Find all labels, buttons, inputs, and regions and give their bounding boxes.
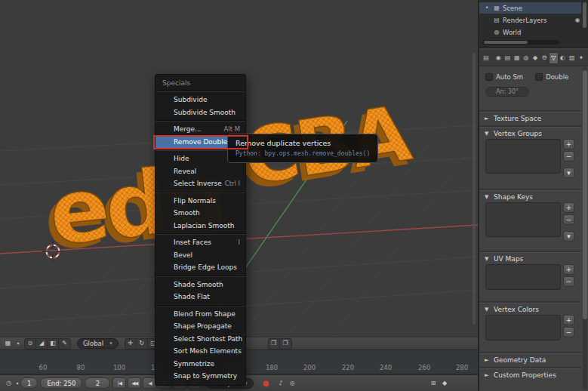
add-vertex-color-button[interactable]: + [563, 315, 574, 325]
menu-item-shape-propagate[interactable]: Shape Propagate [155, 320, 245, 333]
vertex-group-specials-button[interactable]: ▾ [563, 168, 574, 178]
render-preview-icon[interactable]: ❐ [269, 338, 280, 349]
outliner: • ▦ Scene ▤ RenderLayers ◉ ◍ World [479, 0, 588, 48]
tab-particles[interactable]: ✦ [577, 52, 586, 64]
remove-vertex-group-button[interactable]: − [563, 151, 574, 162]
tab-object-data[interactable]: ▽ [549, 52, 558, 64]
double-sided-label: Double [546, 73, 568, 81]
menu-item-sort-mesh-elements[interactable]: Sort Mesh Elements [155, 345, 245, 358]
render-ob-icon[interactable]: ❐ [280, 338, 291, 349]
remove-shape-key-button[interactable]: − [563, 214, 574, 225]
mode-icon[interactable]: ⊙ [25, 338, 36, 349]
menu-title: Specials [155, 76, 245, 89]
panel-texture-space[interactable]: ► Texture Space [479, 112, 581, 124]
vertex-colors-listbox[interactable] [485, 315, 561, 340]
menu-item-symmetrize[interactable]: Symmetrize [155, 358, 245, 371]
menu-item-laplacian-smooth[interactable]: Laplacian Smooth [155, 220, 245, 232]
properties-scrollbar-thumb[interactable] [583, 70, 587, 319]
panel-vertex-colors[interactable]: ▼ Vertex Colors [479, 303, 581, 315]
translate-manipulator-icon[interactable]: ✛ [125, 338, 137, 349]
outliner-hscrollbar[interactable] [482, 40, 559, 45]
viewport-3d[interactable]: edu edu CBA CBA ▦ ▾ ⊙ ◢ ◧ ✎ [0, 0, 478, 391]
frame-end-field[interactable]: End: 250 [40, 377, 82, 389]
chevron-down-icon: ▾ [109, 340, 112, 346]
shading-icon[interactable]: ◢ [36, 338, 48, 349]
outliner-item-world[interactable]: ◍ World [479, 26, 581, 38]
remove-uv-map-button[interactable]: − [563, 276, 574, 287]
audio-sync-icon[interactable]: ♪ [276, 378, 287, 389]
tab-render-layers[interactable]: ▤ [503, 52, 512, 64]
editor-type-dropdown-icon[interactable]: ▾ [15, 338, 21, 349]
editor-type-icon[interactable]: ▦ [2, 338, 14, 349]
render-toggle-icon[interactable]: ◉ [574, 17, 581, 23]
menu-item-flip-normals[interactable]: Flip Normals [155, 195, 245, 208]
panel-shape-keys[interactable]: ▼ Shape Keys [479, 190, 581, 202]
angle-field[interactable]: An: 30° [485, 87, 529, 97]
keying-set-icon[interactable]: ⊞ [428, 378, 439, 389]
menu-item-select-inverse[interactable]: Select InverseCtrl I [155, 177, 245, 190]
auto-smooth-checkbox[interactable] [485, 73, 493, 81]
menu-separator [155, 305, 245, 306]
remove-vertex-color-button[interactable]: − [563, 327, 574, 337]
panel-geometry-data[interactable]: ► Geometry Data [479, 353, 581, 365]
collapse-arrow-icon: ▼ [485, 306, 490, 312]
jump-start-button[interactable]: |◀ [112, 377, 126, 389]
tab-object[interactable]: ◆ [531, 52, 540, 64]
vertex-groups-listbox[interactable] [485, 139, 561, 174]
menu-separator [155, 233, 245, 235]
timeline-editor-dropdown-icon[interactable]: ▾ [14, 378, 20, 389]
scrub-audio-icon[interactable]: ◎ [287, 378, 298, 389]
outliner-item-renderlayers[interactable]: ▤ RenderLayers ◉ [479, 14, 581, 26]
prev-keyframe-button[interactable]: ◀◀ [128, 377, 141, 389]
menu-item-bridge-edge-loops[interactable]: Bridge Edge Loops [155, 261, 245, 274]
menu-item-reveal[interactable]: Reveal [155, 165, 245, 178]
panel-vertex-groups[interactable]: ▼ Vertex Groups [479, 127, 581, 139]
properties-panel: Auto Sm Double An: 30° ► Texture Space ▼… [479, 67, 588, 391]
rotate-manipulator-icon[interactable]: ↻ [137, 338, 148, 349]
menu-item-smooth[interactable]: Smooth [155, 207, 245, 220]
uv-maps-listbox[interactable] [485, 264, 561, 290]
insert-keyframe-icon[interactable]: ◆ [439, 378, 451, 389]
draw-mode-icon[interactable]: ✎ [59, 338, 70, 349]
add-shape-key-button[interactable]: + [563, 202, 574, 213]
ruler-number: 180 [266, 364, 278, 371]
menu-separator [155, 91, 245, 92]
ruler-number: 60 [39, 364, 48, 371]
add-uv-map-button[interactable]: + [563, 264, 574, 275]
menu-item-inset-faces[interactable]: Inset FacesI [155, 236, 245, 249]
menu-item-blend-from-shape[interactable]: Blend From Shape [155, 308, 245, 321]
pivot-icon[interactable]: ◧ [48, 338, 59, 349]
outliner-item-scene[interactable]: • ▦ Scene [479, 2, 581, 14]
panel-uv-maps[interactable]: ▼ UV Maps [479, 252, 581, 264]
menu-item-shade-flat[interactable]: Shade Flat [155, 291, 245, 303]
shape-keys-listbox[interactable] [485, 202, 561, 237]
scrollbar-thumb[interactable] [484, 41, 528, 44]
viewport-scrollbar[interactable] [473, 53, 476, 325]
tab-material[interactable]: ◐ [559, 52, 568, 64]
tab-render[interactable]: ◉ [494, 52, 503, 64]
menu-item-shade-smooth[interactable]: Shade Smooth [155, 279, 245, 291]
double-sided-checkbox[interactable] [535, 73, 543, 81]
menu-item-subdivide-smooth[interactable]: Subdivide Smooth [155, 106, 245, 119]
tab-modifiers[interactable]: ⚙ [540, 52, 549, 64]
auto-smooth-row: Auto Sm [485, 73, 523, 81]
renderlayers-icon: ▤ [493, 17, 500, 23]
menu-item-subdivide[interactable]: Subdivide [155, 94, 245, 106]
ruler-number: 260 [418, 364, 430, 371]
current-frame-field[interactable]: 2 [85, 377, 110, 389]
shape-key-specials-button[interactable]: ▾ [563, 231, 574, 242]
tab-world[interactable]: ◍ [522, 52, 531, 64]
record-icon[interactable]: ● [260, 378, 272, 389]
menu-item-bevel[interactable]: Bevel [155, 249, 245, 262]
menu-item-select-shortest-path[interactable]: Select Shortest Path [155, 333, 245, 346]
menu-item-snap-to-symmetry[interactable]: Snap to Symmetry [155, 370, 245, 383]
panel-custom-properties[interactable]: ► Custom Properties [479, 368, 581, 380]
tab-texture[interactable]: ▨ [568, 52, 577, 64]
frame-start-field[interactable]: 1 [20, 377, 38, 389]
add-vertex-group-button[interactable]: + [563, 139, 574, 149]
timeline-editor-icon[interactable]: ◷ [3, 378, 14, 389]
outliner-vscrollbar[interactable] [583, 2, 586, 28]
tab-scene[interactable]: ▦ [513, 52, 522, 64]
orientation-dropdown[interactable]: Global ▾ [77, 338, 119, 349]
properties-editor-icon[interactable]: ▤ [482, 52, 491, 64]
